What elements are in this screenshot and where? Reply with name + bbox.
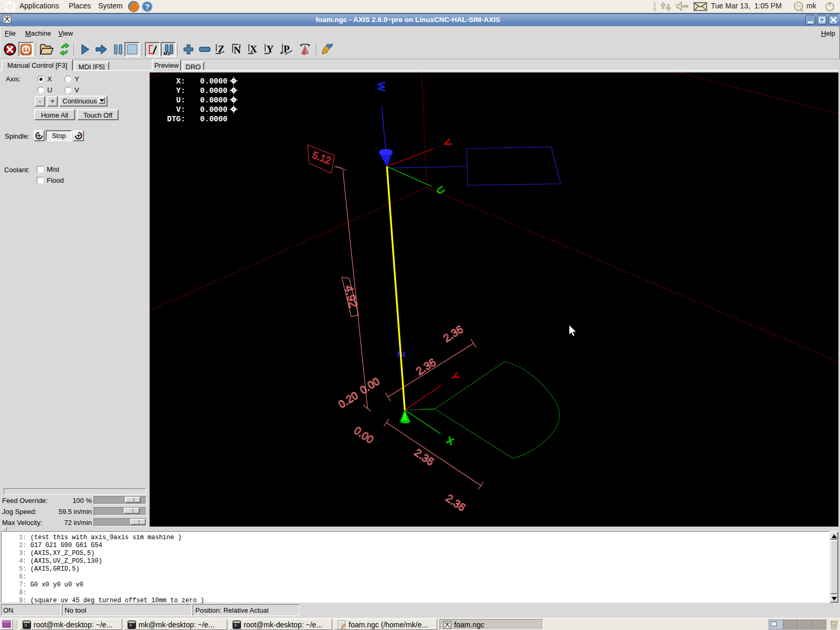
svg-text:0.0000: 0.0000	[200, 96, 227, 104]
svg-text:0.0000: 0.0000	[200, 115, 227, 123]
svg-text:5.12: 5.12	[311, 149, 333, 166]
svg-text:P: P	[284, 44, 290, 55]
svg-text:Y: Y	[266, 44, 274, 55]
svg-text:M1: M1	[163, 51, 170, 56]
svg-text:0.0000: 0.0000	[200, 106, 227, 114]
svg-text:X: X	[445, 435, 455, 447]
svg-text:Z: Z	[218, 44, 225, 55]
svg-text:X: X	[250, 44, 257, 55]
svg-text:0.00: 0.00	[352, 424, 376, 446]
svg-text:W: W	[376, 82, 386, 91]
svg-text:DTG:: DTG:	[167, 115, 185, 123]
svg-text:>: >	[24, 623, 27, 628]
svg-text:2.36: 2.36	[444, 492, 468, 513]
svg-text:2.36: 2.36	[412, 446, 436, 468]
svg-text:U: U	[434, 184, 447, 196]
svg-text:0.0000: 0.0000	[200, 87, 227, 95]
svg-text:Y: Y	[449, 372, 461, 382]
svg-text:X:: X:	[176, 77, 185, 86]
svg-text:U:: U:	[176, 96, 185, 104]
svg-text:2.36: 2.36	[414, 356, 438, 377]
svg-text:0.0000: 0.0000	[200, 77, 227, 86]
svg-text:>: >	[129, 623, 132, 628]
svg-text:N: N	[234, 45, 241, 56]
svg-text:0.20: 0.20	[336, 389, 360, 411]
svg-text:2.36: 2.36	[441, 323, 465, 344]
svg-text:V: V	[442, 138, 454, 148]
svg-text:>: >	[234, 623, 237, 628]
svg-text:?: ?	[145, 2, 150, 11]
svg-text:0.00: 0.00	[358, 375, 382, 396]
svg-text:Y:: Y:	[176, 87, 185, 95]
svg-text:V:: V:	[176, 106, 185, 114]
svg-text:4.92: 4.92	[342, 284, 360, 309]
